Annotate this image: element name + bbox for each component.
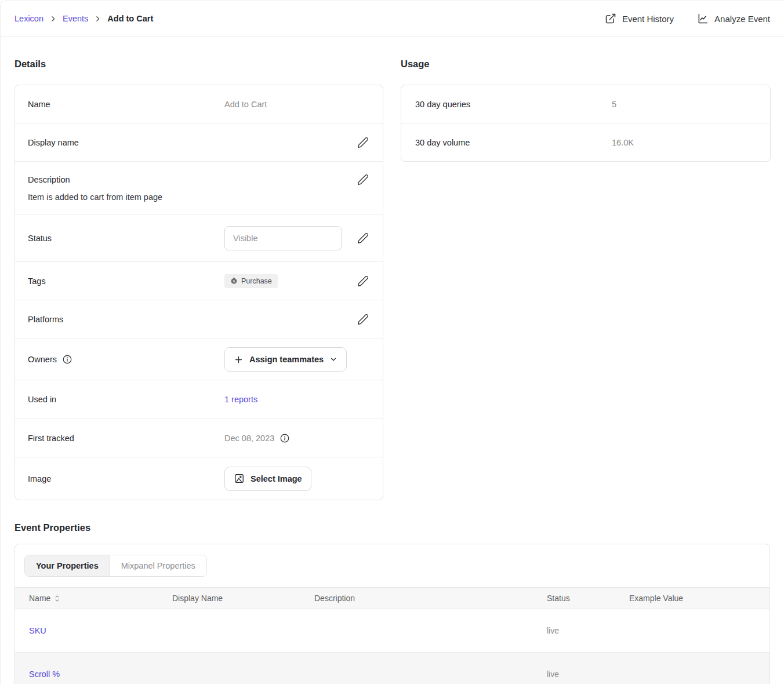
owners-label: Owners bbox=[28, 355, 57, 364]
lexicon-event-page: Lexicon Events Add to Cart Event History bbox=[0, 0, 784, 684]
pencil-icon bbox=[357, 314, 369, 325]
first-tracked-value: Dec 08, 2023 bbox=[224, 434, 274, 443]
topbar: Lexicon Events Add to Cart Event History bbox=[1, 1, 784, 37]
select-image-label: Select Image bbox=[251, 474, 302, 483]
details-title: Details bbox=[14, 59, 383, 70]
chevron-right-icon bbox=[49, 15, 57, 23]
edit-tags-button[interactable] bbox=[356, 274, 370, 288]
detail-row-platforms: Platforms bbox=[15, 300, 383, 339]
volume-value: 16.0K bbox=[612, 138, 634, 147]
breadcrumb-lexicon[interactable]: Lexicon bbox=[14, 14, 43, 23]
detail-row-image: Image Select Image bbox=[15, 457, 383, 500]
detail-row-used-in: Used in 1 reports bbox=[15, 380, 383, 419]
property-status: live bbox=[547, 626, 629, 635]
display-name-label: Display name bbox=[28, 138, 224, 147]
pencil-icon bbox=[357, 232, 369, 244]
column-header-example-value: Example Value bbox=[629, 594, 756, 603]
detail-row-description: Description Item is added to cart from i… bbox=[15, 161, 383, 214]
first-tracked-label: First tracked bbox=[28, 434, 224, 443]
money-bag-icon: $ bbox=[230, 277, 238, 285]
select-image-button[interactable]: Select Image bbox=[224, 467, 311, 491]
volume-label: 30 day volume bbox=[415, 138, 612, 147]
pencil-icon bbox=[357, 137, 369, 148]
column-header-name[interactable]: Name bbox=[29, 594, 172, 603]
pencil-icon bbox=[357, 275, 369, 287]
detail-row-tags: Tags $ Purchase bbox=[15, 261, 383, 300]
usage-row-volume: 30 day volume 16.0K bbox=[401, 123, 770, 161]
analyze-event-button[interactable]: Analyze Event bbox=[697, 13, 770, 24]
usage-title: Usage bbox=[401, 59, 771, 70]
detail-row-status: Status Visible bbox=[15, 214, 383, 261]
queries-label: 30 day queries bbox=[415, 100, 612, 109]
properties-table-header: Name Display Name Description Status Exa… bbox=[15, 587, 770, 609]
detail-row-owners: Owners Assign teammates bbox=[15, 339, 383, 380]
platforms-label: Platforms bbox=[28, 315, 224, 324]
name-value: Add to Cart bbox=[224, 100, 267, 109]
description-text: Item is added to cart from item page bbox=[28, 192, 370, 202]
event-properties-title: Event Properties bbox=[14, 522, 770, 533]
image-icon bbox=[234, 473, 245, 484]
edit-status-button[interactable] bbox=[356, 231, 370, 245]
table-row[interactable]: SKU live bbox=[15, 609, 770, 652]
breadcrumb-events[interactable]: Events bbox=[63, 14, 88, 23]
name-label: Name bbox=[28, 100, 224, 109]
breadcrumb-current: Add to Cart bbox=[107, 14, 153, 23]
property-status: live bbox=[547, 670, 629, 679]
chevron-down-icon bbox=[329, 355, 337, 363]
table-row[interactable]: Scroll % live bbox=[15, 652, 770, 684]
sort-icon bbox=[54, 595, 60, 602]
chevron-right-icon bbox=[94, 15, 101, 23]
status-value: Visible bbox=[233, 234, 257, 243]
usage-card: 30 day queries 5 30 day volume 16.0K bbox=[401, 85, 771, 162]
details-section: Details Name Add to Cart Display name bbox=[14, 37, 383, 500]
event-properties-card: Your Properties Mixpanel Properties Name… bbox=[14, 544, 770, 684]
property-link[interactable]: SKU bbox=[29, 626, 172, 635]
status-select[interactable]: Visible bbox=[224, 226, 342, 250]
image-label: Image bbox=[28, 474, 224, 483]
info-icon[interactable] bbox=[62, 354, 72, 365]
analyze-event-label: Analyze Event bbox=[714, 14, 770, 24]
plus-icon bbox=[234, 355, 244, 365]
assign-teammates-button[interactable]: Assign teammates bbox=[224, 347, 347, 372]
info-icon[interactable] bbox=[280, 433, 290, 443]
name-column-label: Name bbox=[29, 594, 50, 603]
assign-teammates-label: Assign teammates bbox=[249, 355, 324, 364]
tag-purchase[interactable]: $ Purchase bbox=[224, 274, 278, 288]
pencil-icon bbox=[357, 174, 369, 185]
properties-tabs: Your Properties Mixpanel Properties bbox=[24, 555, 207, 577]
column-header-display-name: Display Name bbox=[172, 594, 314, 603]
usage-row-queries: 30 day queries 5 bbox=[401, 85, 770, 123]
detail-row-first-tracked: First tracked Dec 08, 2023 bbox=[15, 419, 383, 457]
details-card: Name Add to Cart Display name bbox=[14, 85, 383, 500]
detail-row-display-name: Display name bbox=[15, 123, 383, 161]
property-link[interactable]: Scroll % bbox=[29, 670, 172, 679]
column-header-status: Status bbox=[547, 594, 629, 603]
used-in-reports-link[interactable]: 1 reports bbox=[224, 395, 257, 404]
status-label: Status bbox=[28, 234, 224, 243]
line-chart-icon bbox=[697, 13, 709, 24]
tags-label: Tags bbox=[28, 276, 224, 286]
queries-value: 5 bbox=[612, 100, 616, 109]
svg-text:$: $ bbox=[233, 279, 235, 283]
event-properties-section: Event Properties Your Properties Mixpane… bbox=[14, 522, 770, 684]
description-label: Description bbox=[28, 175, 224, 184]
edit-description-button[interactable] bbox=[356, 173, 370, 187]
edit-display-name-button[interactable] bbox=[356, 136, 370, 150]
detail-row-name: Name Add to Cart bbox=[15, 85, 383, 123]
column-header-description: Description bbox=[314, 594, 547, 603]
usage-section: Usage 30 day queries 5 30 day volume 16.… bbox=[401, 37, 771, 162]
used-in-label: Used in bbox=[28, 395, 224, 404]
edit-platforms-button[interactable] bbox=[356, 312, 370, 326]
tab-your-properties[interactable]: Your Properties bbox=[25, 555, 110, 576]
event-history-button[interactable]: Event History bbox=[605, 13, 674, 24]
event-history-label: Event History bbox=[622, 14, 674, 24]
header-actions: Event History Analyze Event bbox=[605, 13, 770, 24]
external-link-icon bbox=[605, 13, 616, 24]
tab-mixpanel-properties[interactable]: Mixpanel Properties bbox=[110, 555, 206, 576]
breadcrumb: Lexicon Events Add to Cart bbox=[14, 14, 153, 23]
tag-label: Purchase bbox=[241, 277, 272, 285]
main-content: Details Name Add to Cart Display name bbox=[1, 37, 784, 684]
